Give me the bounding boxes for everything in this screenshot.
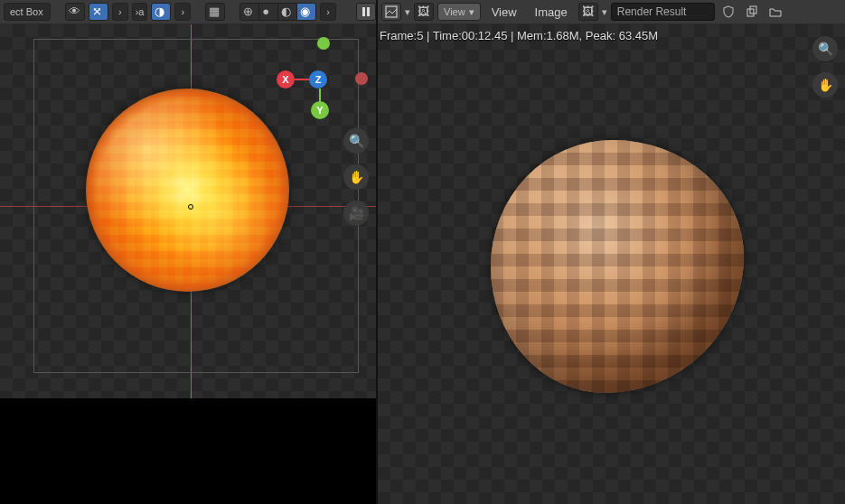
shading-rendered-icon[interactable]: ◉ bbox=[296, 3, 316, 21]
pause-icon bbox=[360, 5, 372, 18]
shading-matprev-icon[interactable]: ◐ bbox=[277, 3, 297, 21]
gizmo-y-axis[interactable]: Y bbox=[311, 101, 329, 119]
viewport-header: ect Box 👁 ⤧ › ›a ◑ › ▦ ⊕ ● ◐ ◉ › bbox=[0, 0, 376, 24]
shading-mode-group: ⊕ ● ◐ ◉ bbox=[239, 3, 316, 21]
shield-icon[interactable] bbox=[718, 3, 738, 21]
axis-dot-red bbox=[355, 72, 368, 85]
visibility-icon[interactable]: 👁 bbox=[65, 3, 85, 21]
viewport-3d-pane: ect Box 👁 ⤧ › ›a ◑ › ▦ ⊕ ● ◐ ◉ › bbox=[0, 0, 376, 504]
zoom-icon[interactable]: 🔍 bbox=[812, 36, 838, 61]
image-nav-tools: 🔍 ✋ bbox=[812, 36, 838, 504]
image-editor-icon bbox=[385, 5, 398, 18]
overlay-chevron-2[interactable]: › bbox=[174, 3, 191, 21]
linked-chevron[interactable]: ▾ bbox=[602, 6, 607, 18]
pan-icon[interactable]: ✋ bbox=[343, 164, 369, 190]
viewport-bottom-strip bbox=[0, 398, 376, 504]
menu-image[interactable]: Image bbox=[528, 5, 575, 19]
shading-wire-icon[interactable]: ⊕ bbox=[239, 3, 259, 21]
image-editor-header: ▾ 🖼 View ▾ View Image 🖼 ▾ bbox=[378, 0, 845, 24]
image-name-field[interactable] bbox=[611, 3, 715, 21]
svg-rect-1 bbox=[367, 7, 370, 16]
shading-options-chevron[interactable]: › bbox=[320, 3, 336, 21]
nav-gizmo[interactable]: X Z Y bbox=[271, 54, 334, 117]
3d-cursor[interactable] bbox=[188, 204, 193, 210]
gizmo-z-axis[interactable]: Z bbox=[309, 70, 327, 89]
folder-icon[interactable] bbox=[765, 3, 785, 21]
svg-rect-0 bbox=[362, 7, 365, 16]
rendered-object-fire[interactable] bbox=[86, 89, 289, 292]
select-mode-dropdown[interactable]: ect Box bbox=[4, 3, 51, 21]
editor-type-icon[interactable] bbox=[381, 3, 401, 21]
pause-render-button[interactable] bbox=[356, 3, 376, 21]
gizmo-toggle-icon[interactable]: ⤧ bbox=[89, 3, 108, 21]
gizmo-x-axis[interactable]: X bbox=[277, 70, 295, 89]
pan-icon[interactable]: ✋ bbox=[812, 72, 838, 98]
svg-rect-2 bbox=[386, 6, 397, 17]
view-dropdown[interactable]: View ▾ bbox=[437, 3, 481, 21]
browse-image-icon[interactable]: 🖼 bbox=[414, 3, 434, 21]
menu-view[interactable]: View bbox=[484, 5, 524, 19]
linked-image-icon[interactable]: 🖼 bbox=[578, 3, 598, 21]
overlay-chevron[interactable]: › bbox=[112, 3, 128, 21]
overlay-label[interactable]: ›a bbox=[132, 3, 148, 21]
xray-icon[interactable]: ▦ bbox=[205, 3, 225, 21]
overlays-toggle-icon[interactable]: ◑ bbox=[151, 3, 171, 21]
editor-chevron[interactable]: ▾ bbox=[405, 6, 410, 18]
camera-icon[interactable]: 🎥 bbox=[343, 201, 369, 226]
zoom-icon[interactable]: 🔍 bbox=[343, 128, 369, 154]
viewport-nav-tools: 🔍 ✋ 🎥 bbox=[343, 128, 369, 226]
image-editor-pane: ▾ 🖼 View ▾ View Image 🖼 ▾ Frame:5 | Time… bbox=[378, 0, 845, 504]
shading-solid-icon[interactable]: ● bbox=[258, 3, 278, 21]
axis-dot-green bbox=[317, 37, 330, 50]
duplicate-icon[interactable] bbox=[742, 3, 762, 21]
render-info-overlay: Frame:5 | Time:00:12.45 | Mem:1.68M, Pea… bbox=[380, 29, 658, 42]
view-dropdown-label: View bbox=[444, 6, 465, 17]
